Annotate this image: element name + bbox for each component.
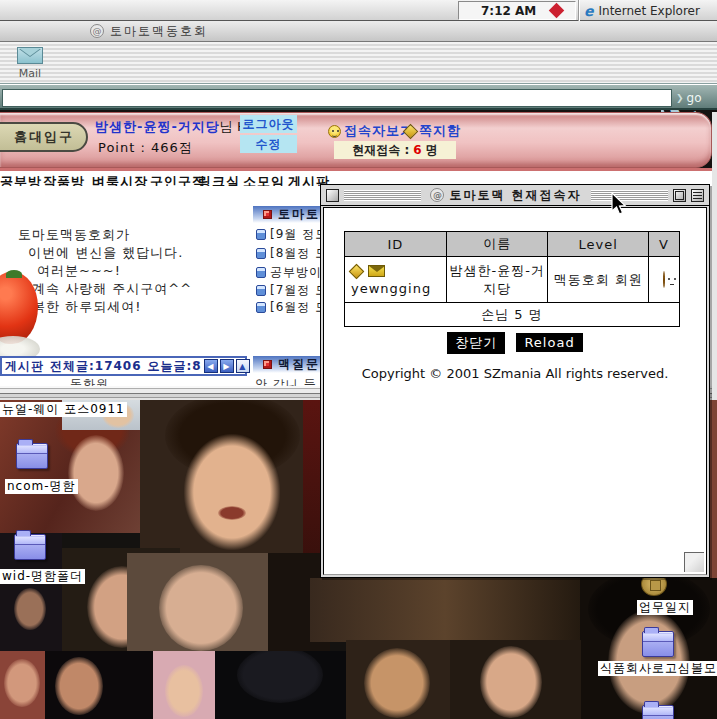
face-icon [663,271,665,288]
guest-count: 손님 5 명 [345,303,680,327]
col-id: ID [345,232,447,257]
folder-icon[interactable] [14,534,46,560]
mail-button-label[interactable]: Mail [12,67,48,80]
menu-clock[interactable]: 7:12 AM [458,1,576,20]
screen: 7:12 AM e Internet Explorer @ 토마토맥동호회 Ma… [0,0,717,719]
go-button-label: go [687,91,702,105]
folder-icon[interactable] [642,631,674,657]
photo [310,578,580,642]
photo [303,400,320,560]
popup-title-bar[interactable]: @ 토마토맥 현재접속자 [321,185,709,206]
next-button[interactable]: ▶ [220,359,234,373]
folder-icon[interactable] [16,443,48,469]
popup-content: ID 이름 Level V yewngging 밤샘한-윤찡-거지당 맥동호회 … [323,207,707,575]
current-unit: 명 [426,142,438,159]
top-button[interactable]: ▲ [236,359,250,373]
notice-item[interactable]: 공부방이 [256,264,320,281]
copyright-text: Copyright © 2001 SZmania All rights rese… [324,366,706,381]
current-connected-box: 현재접속 : 6 명 [334,141,456,159]
desktop-label-foodlogos[interactable]: 식품회사로고심볼모음 [598,661,717,676]
photo [127,553,270,651]
address-band: ❯ go [0,84,717,110]
greeting-line: 이번에 변신을 했답니다. [28,244,183,262]
desktop-label-worklog[interactable]: 업무일지 [637,600,693,615]
board-label: 게시판 [5,358,44,375]
connected-users-window[interactable]: @ 토마토맥 현재접속자 ID 이름 Level V [320,184,710,578]
entrance-button[interactable]: 홈대입구 [0,122,88,152]
notice-item[interactable]: [6월정 모 [256,299,320,316]
menu-bar: 7:12 AM e Internet Explorer [0,0,717,21]
notice-item-label: 공부방이 [270,264,320,281]
resize-grip[interactable] [684,552,704,572]
qna-list-header: 맥질문 [253,356,323,373]
go-button[interactable]: ❯ go [676,89,714,107]
smiley-icon [328,125,341,138]
go-arrow-icon: ❯ [676,93,684,103]
member-badge-icon [349,263,365,279]
mail-icon[interactable] [17,47,43,64]
board-total: 전체글:17406 [50,358,142,375]
notice-list-title: 토마토 [278,206,320,223]
greeting-line: 여러분~~~! [37,262,121,280]
photo [450,640,581,719]
application-menu[interactable]: e Internet Explorer [584,0,717,21]
notice-item-label: [7월정 모 [270,282,320,299]
envelope-icon[interactable] [368,265,385,277]
address-input[interactable] [2,89,672,107]
clock-text: 7:12 AM [481,4,536,18]
browser-title-bar[interactable]: @ 토마토맥동호회 [0,21,717,42]
document-icon [256,285,266,296]
clipped-text: 동화원 [70,376,160,386]
user-id-cell: yewngging [345,257,447,303]
collapse-box-icon[interactable] [691,189,704,202]
edit-button[interactable]: 수정 [240,135,297,153]
close-box-icon[interactable] [326,189,339,202]
user-id: yewngging [351,281,431,296]
mailbox-link[interactable]: 쪽지함 [405,122,461,140]
desktop-label-wid[interactable]: wid-명함폴더 [0,569,85,584]
browser-window-title: 토마토맥동호회 [110,23,208,40]
prev-button[interactable]: ◀ [204,359,218,373]
qna-list-title: 맥질문 [278,356,320,373]
at-icon: @ [430,188,444,202]
viewers-link[interactable]: 접속자보기 [328,122,414,140]
logout-button[interactable]: 로그아웃 [240,115,297,133]
mailbox-link-label: 쪽지함 [419,122,461,140]
notice-item-label: [6월정 모 [270,299,320,316]
popup-title: @ 토마토맥 현재접속자 [426,187,585,204]
red-cube-icon [263,210,272,219]
ie-icon: e [584,3,594,19]
user-name-cell: 밤샘한-윤찡-거지당 [446,257,548,303]
photo [0,651,45,719]
desktop-label-ncom[interactable]: ncom-명함 [5,479,78,494]
menubar-divider [578,0,579,21]
board-status-bar: 게시판 전체글:17406 오늘글:8 ◀ ▶ ▲ [0,356,247,376]
message-icon [403,123,419,139]
desktop-label-renewal[interactable]: 뉴얼-웨이 포스0911 [0,402,127,417]
user-v-cell [649,257,680,303]
red-cube-icon [263,360,272,369]
user-level-cell: 맥동호회 회원 [548,257,649,303]
col-name: 이름 [446,232,548,257]
reload-button[interactable]: Reload [516,333,582,352]
zoom-box-icon[interactable] [673,189,686,202]
notice-item[interactable]: [7월정 모 [256,282,320,299]
diamond-icon [549,3,565,19]
notice-list-header: 토마토 [253,206,323,223]
photo [45,651,153,719]
browser-right-edge [712,112,717,400]
close-window-button[interactable]: 창닫기 [447,332,505,354]
current-label: 현재접속 : [352,142,409,159]
document-icon [256,302,266,313]
notice-item[interactable]: [9월 정모 [256,226,320,243]
photo [215,651,346,719]
point-text: Point : 466점 [98,139,193,157]
notice-item[interactable]: [8월정 모 [256,245,320,262]
photo [153,651,215,719]
document-icon [256,267,266,278]
application-menu-label: Internet Explorer [599,4,700,18]
entrance-button-label: 홈대입구 [14,128,74,146]
document-icon [256,248,266,259]
folder-icon[interactable] [642,705,674,719]
col-v: V [649,232,680,257]
